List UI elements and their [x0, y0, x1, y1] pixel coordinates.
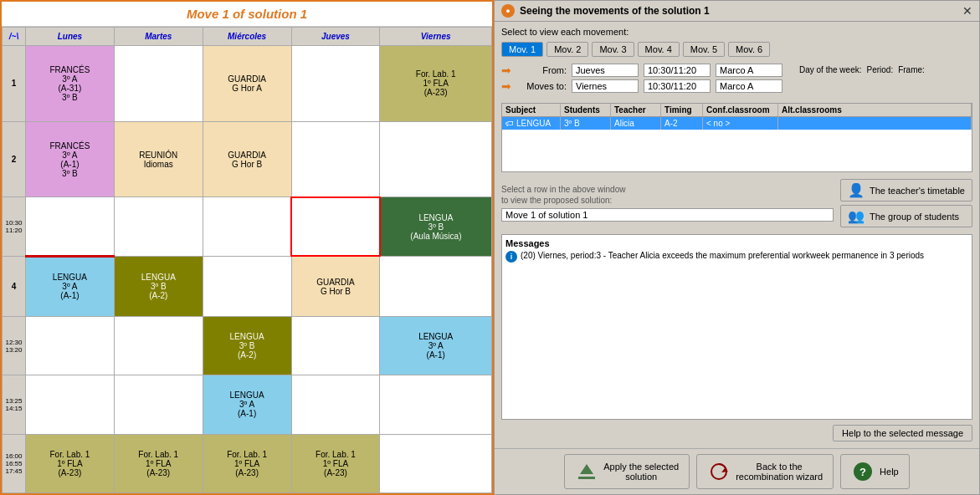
grid-header: Subject Students Teacher Timing Conf.cla…	[502, 104, 972, 117]
help-label: Help	[880, 467, 899, 477]
svg-marker-1	[580, 464, 593, 474]
table-row: 13:2514:15 LENGUA3º A(A-1)	[3, 375, 492, 434]
from-label: From:	[516, 65, 567, 75]
grid-subject-value: LENGUA	[516, 119, 551, 128]
right-titlebar: ● Seeing the movements of the solution 1…	[495, 1, 979, 22]
col-martes: Martes	[114, 28, 203, 46]
from-row: ➡ From: Jueves 10:30/11:20 Marco A	[501, 64, 782, 77]
apply-icon	[575, 460, 598, 483]
col-teacher: Teacher	[611, 104, 661, 116]
dialog-icon: ●	[501, 4, 515, 18]
to-arrow-icon: ➡	[501, 79, 511, 93]
table-row: 2 FRANCÉS3º A(A-1)3º B REUNIÓNIdiomas GU…	[3, 121, 492, 197]
back-wizard-label: Back to therecombination wizard	[736, 462, 823, 482]
close-button[interactable]: ✕	[962, 4, 972, 18]
upload-icon	[577, 462, 597, 482]
to-day-field: Viernes	[572, 79, 639, 93]
bottom-bar: Apply the selectedsolution Back to there…	[495, 448, 979, 494]
students-icon: 👥	[848, 208, 865, 224]
col-students: Students	[561, 104, 611, 116]
table-row: 16:0016:5517:45 For. Lab. 11º FLA(A-23) …	[3, 434, 492, 492]
solution-description: Select a row in the above window	[501, 185, 834, 194]
right-content: Select to view each movement: Mov. 1 Mov…	[495, 22, 979, 448]
cycle-icon	[709, 462, 729, 482]
left-panel-title: Move 1 of solution 1	[2, 2, 492, 27]
to-period-field: 10:30/11:20	[644, 79, 711, 93]
from-frame-field: Marco A	[716, 64, 782, 77]
movement-buttons: Mov. 1 Mov. 2 Mov. 3 Mov. 4 Mov. 5 Mov. …	[501, 42, 972, 57]
frame-label: Frame:	[898, 65, 925, 74]
teacher-icon: 👤	[848, 182, 865, 198]
mov-btn-4[interactable]: Mov. 4	[638, 42, 680, 57]
grid-timing-cell: A-2	[661, 117, 703, 130]
mov-btn-3[interactable]: Mov. 3	[592, 42, 634, 57]
schedule-table: /~\ Lunes Martes Miércoles Jueves Vierne…	[2, 27, 492, 493]
subjects-grid: Subject Students Teacher Timing Conf.cla…	[501, 103, 972, 172]
message-item: i (20) Viernes, period:3 - Teacher Alici…	[505, 251, 968, 263]
mov-btn-2[interactable]: Mov. 2	[546, 42, 588, 57]
col-timing: Timing	[661, 104, 703, 116]
grid-teacher-cell: Alicia	[611, 117, 661, 130]
side-buttons: 👤 The teacher's timetable 👥 The group of…	[840, 179, 972, 227]
period-label: Period:	[866, 65, 893, 74]
right-panel: ● Seeing the movements of the solution 1…	[494, 0, 980, 495]
messages-title: Messages	[505, 238, 968, 248]
help-selected-message-button[interactable]: Help to the selected message	[833, 425, 972, 441]
back-wizard-button[interactable]: Back to therecombination wizard	[696, 454, 834, 489]
from-to-section: ➡ From: Jueves 10:30/11:20 Marco A ➡ Mov…	[501, 64, 782, 93]
solution-description2: to view the proposed solution:	[501, 196, 834, 205]
svg-rect-0	[578, 477, 595, 479]
to-row: ➡ Moves to: Viernes 10:30/11:20 Marco A	[501, 79, 782, 93]
subject-icon: 🏷	[505, 119, 514, 128]
right-panel-title: Seeing the movements of the solution 1	[520, 5, 962, 17]
solution-section: Select a row in the above window to view…	[501, 179, 972, 227]
help-icon-wrap: ?	[851, 460, 875, 483]
from-day-field: Jueves	[572, 64, 639, 77]
grid-alt-cell	[778, 117, 972, 130]
apply-solution-button[interactable]: Apply the selectedsolution	[564, 454, 690, 489]
grid-subject-cell: 🏷 LENGUA	[502, 117, 561, 130]
left-schedule-panel: Move 1 of solution 1 /~\ Lunes Martes Mi…	[0, 0, 494, 495]
help-selected-wrapper: Help to the selected message	[501, 425, 972, 443]
group-students-label: The group of students	[870, 212, 959, 222]
mov-btn-1[interactable]: Mov. 1	[501, 42, 543, 57]
group-students-button[interactable]: 👥 The group of students	[840, 205, 972, 227]
mov-btn-6[interactable]: Mov. 6	[728, 42, 770, 57]
grid-conf-cell: < no >	[703, 117, 778, 130]
info-icon: i	[505, 251, 517, 263]
to-frame-field: Marco A	[716, 79, 782, 93]
table-row: 12:3013:20 LENGUA3º B(A-2) LENGUA3º A(A-…	[3, 316, 492, 375]
messages-section: Messages i (20) Viernes, period:3 - Teac…	[501, 234, 972, 420]
col-conf-classroom: Conf.classroom	[703, 104, 778, 116]
col-miercoles: Miércoles	[203, 28, 291, 46]
grid-empty-space	[502, 130, 972, 171]
col-alt-classrooms: Alt.classrooms	[778, 104, 972, 116]
grid-data-row[interactable]: 🏷 LENGUA 3º B Alicia A-2 < no >	[502, 117, 972, 130]
field-labels-row: Day of the week: Period: Frame:	[799, 65, 925, 74]
select-movement-label: Select to view each movement:	[501, 27, 972, 37]
col-jueves: Jueves	[291, 28, 380, 46]
solution-label-area: Select a row in the above window to view…	[501, 185, 834, 222]
teacher-timetable-label: The teacher's timetable	[870, 186, 965, 196]
mov-btn-5[interactable]: Mov. 5	[683, 42, 725, 57]
col-lunes: Lunes	[26, 28, 115, 46]
teacher-timetable-button[interactable]: 👤 The teacher's timetable	[840, 179, 972, 202]
table-row: 4 LENGUA3º A(A-1) LENGUA3º B(A-2) GUARDI…	[3, 256, 492, 316]
day-of-week-label: Day of the week:	[799, 65, 861, 74]
from-arrow-icon: ➡	[501, 64, 511, 77]
col-subject: Subject	[502, 104, 561, 116]
from-period-field: 10:30/11:20	[644, 64, 711, 77]
col-index: /~\	[3, 28, 26, 46]
to-label: Moves to:	[516, 81, 567, 91]
table-row: 10:3011:20 LENGUA3º B(Aula Música)	[3, 197, 492, 256]
message-text: (20) Viernes, period:3 - Teacher Alicia …	[521, 251, 924, 260]
help-button[interactable]: ? Help	[840, 454, 910, 489]
help-icon: ?	[854, 462, 872, 481]
solution-value: Move 1 of solution 1	[501, 208, 834, 222]
table-row: 1 FRANCÉS3º A(A-31)3º B GUARDIAG Hor A F…	[3, 46, 492, 122]
grid-students-cell: 3º B	[561, 117, 611, 130]
col-viernes: Viernes	[380, 28, 492, 46]
apply-solution-label: Apply the selectedsolution	[603, 462, 679, 482]
back-icon	[707, 460, 731, 483]
